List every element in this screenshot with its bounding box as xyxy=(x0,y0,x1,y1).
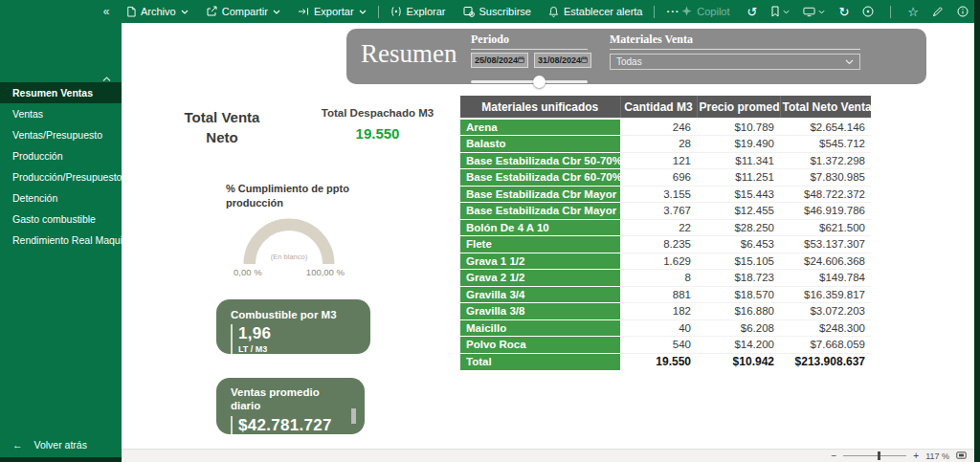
date-to-input[interactable]: 31/08/2024 xyxy=(534,53,591,68)
material-cell[interactable]: Grava 1 1/2 xyxy=(460,253,620,270)
quantity-cell[interactable]: 8.235 xyxy=(620,236,697,253)
explore-button[interactable]: Explorar xyxy=(382,0,455,23)
material-cell[interactable]: Base Estabilizada Cbr 50-70% xyxy=(460,152,620,169)
material-cell[interactable]: Grava 2 1/2 xyxy=(460,270,620,287)
quantity-cell[interactable]: 3.155 xyxy=(620,186,697,203)
sidebar-page-item[interactable]: Ventas/Presupuesto xyxy=(0,124,122,145)
reset-view-icon[interactable]: ↺ xyxy=(747,6,758,18)
quantity-cell[interactable]: 19.550 xyxy=(620,353,697,370)
collapse-pane-icon[interactable]: « xyxy=(96,5,117,18)
zoom-in-button[interactable]: + xyxy=(913,451,919,461)
material-cell[interactable]: Gravilla 3/4 xyxy=(460,286,620,303)
quantity-cell[interactable]: 540 xyxy=(620,337,697,354)
material-cell[interactable]: Bolón De 4 A 10 xyxy=(460,219,620,236)
refresh-icon[interactable]: ↻ xyxy=(838,6,849,18)
sidebar-page-item[interactable]: Producción/Presupuesto xyxy=(0,166,122,187)
price-cell[interactable]: $18.723 xyxy=(697,270,780,287)
sidebar-page-item[interactable]: Resumen Ventas xyxy=(0,82,122,103)
total-cell[interactable]: $1.372.298 xyxy=(780,152,871,169)
back-button[interactable]: ← Volver atrás xyxy=(12,439,87,451)
presentation-icon[interactable] xyxy=(862,6,874,17)
view-dropdown[interactable] xyxy=(803,6,825,17)
info-icon[interactable] xyxy=(957,6,969,17)
quantity-cell[interactable]: 3.767 xyxy=(620,203,697,220)
subscribe-button[interactable]: Suscribirse xyxy=(455,0,540,23)
quantity-cell[interactable]: 881 xyxy=(620,286,697,303)
price-cell[interactable]: $18.570 xyxy=(697,286,780,303)
price-cell[interactable]: $11.341 xyxy=(697,152,780,169)
quantity-cell[interactable]: 696 xyxy=(620,169,697,187)
favorite-star-icon[interactable]: ☆ xyxy=(907,6,919,18)
total-cell[interactable]: $46.919.786 xyxy=(780,203,871,220)
price-cell[interactable]: $11.251 xyxy=(697,169,780,187)
quantity-cell[interactable]: 40 xyxy=(620,319,697,337)
price-cell[interactable]: $10.942 xyxy=(697,353,780,370)
price-cell[interactable]: $16.880 xyxy=(697,303,780,320)
material-cell[interactable]: Flete xyxy=(460,236,620,253)
zoom-slider[interactable] xyxy=(843,451,906,460)
edit-pencil-icon[interactable] xyxy=(932,6,944,17)
copilot-button[interactable]: Copilot xyxy=(681,6,729,18)
zoom-out-button[interactable]: − xyxy=(831,451,836,461)
total-cell[interactable]: $53.137.307 xyxy=(780,236,871,253)
quantity-cell[interactable]: 8 xyxy=(620,270,697,287)
total-cell[interactable]: $7.668.059 xyxy=(780,337,871,354)
total-cell[interactable]: $16.359.817 xyxy=(780,286,871,303)
card-scrollbar-thumb[interactable] xyxy=(351,408,356,424)
material-cell[interactable]: Total xyxy=(460,353,620,370)
price-cell[interactable]: $15.105 xyxy=(697,253,780,270)
price-cell[interactable]: $28.250 xyxy=(697,219,780,236)
quantity-cell[interactable]: 1.629 xyxy=(620,253,697,270)
total-cell[interactable]: $48.722.372 xyxy=(780,186,871,203)
date-range-slider[interactable] xyxy=(471,76,588,88)
total-cell[interactable]: $545.712 xyxy=(780,136,871,153)
total-cell[interactable]: $621.500 xyxy=(780,219,871,236)
sidebar-page-item[interactable]: Rendimiento Real Maquin... xyxy=(0,230,122,251)
material-cell[interactable]: Polvo Roca xyxy=(460,337,620,354)
quantity-cell[interactable]: 121 xyxy=(620,152,697,169)
quantity-cell[interactable]: 182 xyxy=(620,303,697,320)
total-cell[interactable]: $3.072.203 xyxy=(780,303,871,320)
fit-to-page-icon[interactable] xyxy=(956,451,967,461)
price-cell[interactable]: $19.490 xyxy=(697,136,780,153)
material-cell[interactable]: Arena xyxy=(460,119,620,136)
bookmarks-dropdown[interactable] xyxy=(770,6,790,17)
price-cell[interactable]: $14.200 xyxy=(697,337,780,354)
price-cell[interactable]: $10.789 xyxy=(697,119,780,136)
zoom-slider-handle[interactable] xyxy=(878,451,880,460)
quantity-cell[interactable]: 22 xyxy=(620,219,697,236)
sidebar-page-item[interactable]: Ventas xyxy=(0,103,122,124)
slider-handle[interactable] xyxy=(533,76,546,88)
sidebar-page-item[interactable]: Gasto combustible xyxy=(0,209,122,230)
total-cell[interactable]: $149.784 xyxy=(780,270,871,287)
share-menu[interactable]: Compartir xyxy=(197,0,289,23)
price-cell[interactable]: $6.453 xyxy=(697,236,780,253)
sidebar-page-item[interactable]: Producción xyxy=(0,145,122,166)
total-cell[interactable]: $2.654.146 xyxy=(780,119,871,136)
sidebar-page-item[interactable]: Detención xyxy=(0,187,122,209)
export-menu[interactable]: Exportar xyxy=(289,0,375,23)
total-cell[interactable]: $24.606.368 xyxy=(780,253,871,270)
materials-dropdown[interactable]: Todas xyxy=(610,54,860,70)
set-alert-button[interactable]: Establecer alerta xyxy=(540,0,652,23)
material-cell[interactable]: Gravilla 3/8 xyxy=(460,303,620,320)
material-cell[interactable]: Maicillo xyxy=(460,319,620,337)
material-cell[interactable]: Base Estabilizada Cbr Mayor 80% xyxy=(460,203,620,220)
total-cell[interactable]: $213.908.637 xyxy=(780,353,871,370)
material-cell[interactable]: Base Estabilizada Cbr Mayor 100% xyxy=(460,186,620,203)
price-cell[interactable]: $6.208 xyxy=(697,319,780,337)
price-cell[interactable]: $15.443 xyxy=(697,186,780,203)
col-header-precio[interactable]: Precio promedio xyxy=(697,96,780,119)
price-cell[interactable]: $12.455 xyxy=(697,203,780,220)
material-cell[interactable]: Base Estabilizada Cbr 60-70% xyxy=(460,169,620,187)
date-from-input[interactable]: 25/08/2024 xyxy=(471,53,528,68)
total-cell[interactable]: $7.830.985 xyxy=(780,169,871,187)
total-cell[interactable]: $248.300 xyxy=(780,319,871,337)
col-header-total[interactable]: Total Neto Ventas xyxy=(780,96,871,119)
col-header-materiales[interactable]: Materiales unificados xyxy=(460,96,620,119)
material-cell[interactable]: Balasto xyxy=(460,136,620,153)
quantity-cell[interactable]: 246 xyxy=(620,119,697,136)
col-header-cantidad[interactable]: Cantidad M3 xyxy=(620,96,697,119)
file-menu[interactable]: Archivo xyxy=(117,0,197,23)
quantity-cell[interactable]: 28 xyxy=(620,136,697,153)
